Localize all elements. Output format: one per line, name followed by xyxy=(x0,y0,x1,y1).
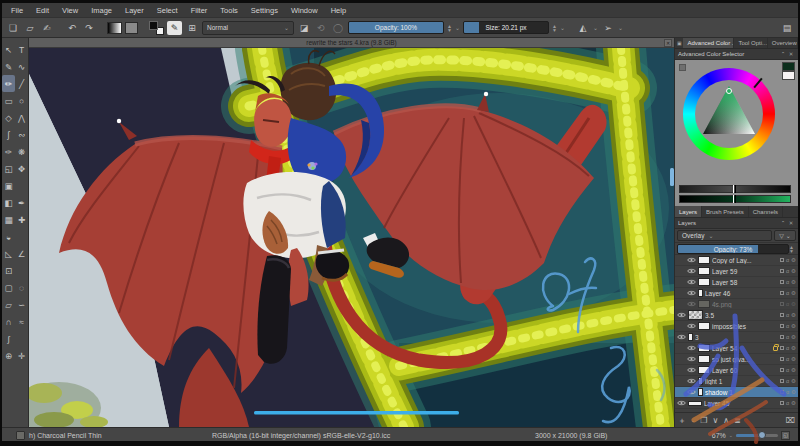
layer-visibility-eye-icon[interactable] xyxy=(687,268,696,274)
layer-row[interactable]: impossibles α ⚙ xyxy=(675,321,798,332)
layer-visibility-eye-icon[interactable] xyxy=(687,279,696,285)
dock-icon[interactable]: ▣ xyxy=(675,38,683,48)
layer-opacity-spinner[interactable]: ▲▼ xyxy=(789,244,796,253)
alpha-lock-icon[interactable]: α xyxy=(786,367,789,373)
assistants-tool[interactable]: ◺ xyxy=(2,245,15,262)
current-brush-preset[interactable]: h) Charcoal Pencil Thin xyxy=(29,432,102,439)
alpha-lock-icon[interactable]: α xyxy=(786,279,789,285)
move-layer-up-button[interactable]: ∧ xyxy=(723,416,729,425)
inherit-alpha-icon[interactable] xyxy=(780,390,784,394)
brush-preset-chip-icon[interactable] xyxy=(16,431,25,440)
layer-visibility-eye-icon[interactable] xyxy=(687,323,696,329)
chevron-down-icon[interactable]: ⌄ xyxy=(593,24,598,31)
canvas-only-mode-button[interactable]: ◱ xyxy=(781,431,790,440)
pan-tool[interactable]: ✛ xyxy=(15,347,28,364)
tab-channels[interactable]: Channels xyxy=(749,206,783,217)
move-layer-down-button[interactable]: ∨ xyxy=(712,416,718,425)
ellipse-tool[interactable]: ○ xyxy=(15,92,28,109)
inherit-alpha-icon[interactable] xyxy=(780,379,784,383)
size-spinner[interactable]: ▲▼ xyxy=(552,24,557,32)
layer-row[interactable]: Layer 59 α ⚙ xyxy=(675,266,798,277)
pattern-chooser[interactable] xyxy=(125,22,138,34)
add-layer-button[interactable]: ＋ xyxy=(678,415,686,426)
advanced-color-selector[interactable] xyxy=(675,60,798,206)
zoom-slider[interactable] xyxy=(736,434,778,437)
polyline-tool[interactable]: ⋀ xyxy=(15,109,28,126)
opacity-spinner[interactable]: ▲▼ xyxy=(447,24,452,32)
layer-properties-icon[interactable]: ⚙ xyxy=(791,301,796,307)
layer-properties-icon[interactable]: ⚙ xyxy=(791,356,796,362)
layer-visibility-eye-icon[interactable] xyxy=(687,257,696,263)
bezier-curve-tool[interactable]: ʃ xyxy=(2,126,15,143)
layer-thumbnail[interactable] xyxy=(698,377,703,385)
magnetic-selection-tool[interactable]: ∩ xyxy=(2,313,15,330)
layer-visibility-eye-icon[interactable] xyxy=(687,290,696,296)
layer-row[interactable]: Layer 45 α ⚙ xyxy=(675,398,798,409)
inherit-alpha-icon[interactable] xyxy=(780,313,784,317)
layer-properties-icon[interactable]: ⚙ xyxy=(791,268,796,274)
mirror-view-button[interactable]: ◭ xyxy=(576,21,590,35)
layer-thumbnail[interactable] xyxy=(688,310,703,320)
layer-row[interactable]: Layer 60 α ⚙ xyxy=(675,365,798,376)
menu-tools[interactable]: Tools xyxy=(220,6,238,15)
layer-row[interactable]: so just giva... α ⚙ xyxy=(675,354,798,365)
layer-properties-icon[interactable]: ⚙ xyxy=(791,378,796,384)
tab-brush-presets[interactable]: Brush Presets xyxy=(702,206,749,217)
reference-images-tool[interactable]: ⊡ xyxy=(2,262,15,279)
close-docker-icon[interactable]: ✕ xyxy=(787,51,795,57)
alpha-lock-icon[interactable]: α xyxy=(786,389,789,395)
inherit-alpha-icon[interactable] xyxy=(780,368,784,372)
selector-settings-icon[interactable] xyxy=(679,64,686,71)
similar-color-selection-tool[interactable]: ≈ xyxy=(15,313,28,330)
alpha-lock-icon[interactable]: α xyxy=(786,290,789,296)
colorspace-info[interactable]: RGB/Alpha (16-bit integer/channel) sRGB-… xyxy=(212,432,390,439)
close-document-button[interactable]: ✕ xyxy=(664,39,672,47)
layer-thumbnail[interactable] xyxy=(698,366,710,374)
layer-row[interactable]: 4s.png α ⚙ xyxy=(675,299,798,310)
layer-row[interactable]: Copy of Lay... α ⚙ xyxy=(675,255,798,266)
layer-properties-icon[interactable]: ⚙ xyxy=(791,290,796,296)
chevron-down-icon[interactable]: ⌄ xyxy=(618,24,623,31)
multibrush-tool[interactable]: ❋ xyxy=(15,143,28,160)
color-sampler-tool[interactable]: ✒ xyxy=(15,194,28,211)
menu-image[interactable]: Image xyxy=(91,6,112,15)
menu-edit[interactable]: Edit xyxy=(36,6,49,15)
text-tool[interactable]: T xyxy=(15,41,28,58)
layer-properties-icon[interactable]: ⚙ xyxy=(791,279,796,285)
layer-row[interactable]: shadow 1 α ⚙ xyxy=(675,387,798,398)
freehand-selection-tool[interactable]: ∽ xyxy=(15,296,28,313)
reload-preset-button[interactable]: ⟲ xyxy=(314,21,328,35)
layer-row[interactable]: light 1 α ⚙ xyxy=(675,376,798,387)
measure-tool[interactable]: ∠ xyxy=(15,245,28,262)
layer-thumbnail[interactable] xyxy=(698,300,710,308)
brush-editor-button[interactable]: ✎ xyxy=(167,21,182,35)
layer-visibility-eye-icon[interactable] xyxy=(687,356,696,362)
layer-row[interactable]: Layer 54 α ⚙ xyxy=(675,343,798,354)
crop-tool[interactable]: ▣ xyxy=(2,177,15,194)
inherit-alpha-icon[interactable] xyxy=(780,346,784,350)
color-selector-titlebar[interactable]: Advanced Color Selector ⌃ ✕ xyxy=(675,49,798,60)
move-tool[interactable]: ✥ xyxy=(15,160,28,177)
layer-properties-icon[interactable]: ⚙ xyxy=(791,323,796,329)
inherit-alpha-icon[interactable] xyxy=(780,269,784,273)
layer-visibility-eye-icon[interactable] xyxy=(687,378,696,384)
layer-properties-icon[interactable]: ⚙ xyxy=(791,257,796,263)
polygon-tool[interactable]: ◇ xyxy=(2,109,15,126)
chevron-down-icon[interactable]: ⌄ xyxy=(455,24,460,31)
line-tool[interactable]: ╱ xyxy=(15,75,28,92)
alpha-lock-icon[interactable]: α xyxy=(786,257,789,263)
layer-thumbnail[interactable] xyxy=(698,344,710,352)
brush-size-slider[interactable]: Size: 20.21 px xyxy=(463,21,549,34)
bezier-selection-tool[interactable]: ∫ xyxy=(2,330,15,347)
inherit-alpha-icon[interactable] xyxy=(780,401,784,405)
tab-overview[interactable]: Overview xyxy=(768,38,798,48)
polygonal-selection-tool[interactable]: ▱ xyxy=(2,296,15,313)
layer-filter-button[interactable]: ▽⌄ xyxy=(774,230,796,241)
layer-properties-icon[interactable]: ⚙ xyxy=(791,400,796,406)
layer-visibility-eye-icon[interactable] xyxy=(687,389,696,395)
menu-settings[interactable]: Settings xyxy=(251,6,278,15)
menu-file[interactable]: File xyxy=(11,6,23,15)
eraser-mode-button[interactable]: ◪ xyxy=(297,21,311,35)
close-docker-icon[interactable]: ✕ xyxy=(787,220,795,226)
layer-properties-button[interactable]: ≣ xyxy=(734,416,741,425)
